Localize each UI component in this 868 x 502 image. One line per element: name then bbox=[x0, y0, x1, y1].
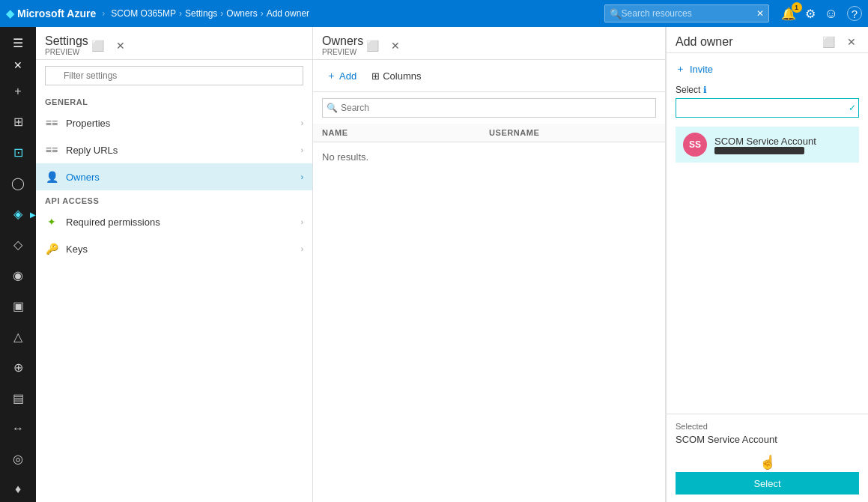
columns-label: Columns bbox=[383, 70, 421, 82]
no-results-text: No results. bbox=[322, 151, 368, 163]
search-input[interactable] bbox=[622, 8, 749, 19]
owners-maximize-button[interactable]: ⬜ bbox=[363, 38, 382, 53]
required-permissions-chevron: › bbox=[301, 218, 303, 226]
sidebar-icons: + ⊞ ⊡ ◯ ◈ ▶ ◇ ◉ ▣ △ ⊕ ▤ ↔ ◎ ♦ ◐ bbox=[0, 77, 36, 502]
result-initials: SS bbox=[689, 139, 701, 150]
owners-chevron: › bbox=[301, 173, 303, 181]
nav-item-properties[interactable]: ≡≡ Properties › bbox=[36, 109, 312, 136]
select-input-wrapper: ✓ bbox=[676, 98, 859, 118]
col-name-header: NAME bbox=[322, 128, 489, 137]
filter-wrapper: 🔍 bbox=[45, 66, 303, 85]
breadcrumb-sep-2: › bbox=[220, 8, 223, 19]
nav-item-required-permissions[interactable]: ✦ Required permissions › bbox=[36, 208, 312, 235]
sidebar-item-target[interactable]: ◎ bbox=[0, 444, 36, 474]
sidebar-item-plus[interactable]: ⊕ bbox=[0, 353, 36, 382]
owners-search-input[interactable] bbox=[322, 98, 656, 118]
owners-panel-preview: PREVIEW bbox=[322, 48, 363, 56]
result-item[interactable]: SS SCOM Service Account bbox=[676, 127, 859, 163]
settings-close-button[interactable]: ✕ bbox=[113, 38, 128, 53]
add-icon: ＋ bbox=[327, 69, 336, 82]
sidebar-item-circle2[interactable]: ◉ bbox=[0, 261, 36, 290]
sidebar-item-active[interactable]: ◈ ▶ bbox=[0, 199, 36, 229]
owners-search-area: 🔍 bbox=[313, 92, 665, 124]
settings-panel-header: Settings PREVIEW ⬜ ✕ bbox=[36, 27, 312, 60]
owners-label: Owners bbox=[66, 172, 294, 183]
select-field-label: Select ℹ bbox=[676, 85, 859, 95]
keys-label: Keys bbox=[66, 244, 294, 255]
sidebar-item-triangle[interactable]: △ bbox=[0, 322, 36, 351]
selected-section: Selected SCOM Service Account ☝ Select bbox=[667, 414, 868, 502]
sidebar-item-dashboard[interactable]: ⊞ bbox=[0, 107, 36, 136]
api-access-section-label: API ACCESS bbox=[36, 190, 312, 208]
invite-plus-icon: ＋ bbox=[676, 62, 685, 76]
columns-button[interactable]: ⊞ Columns bbox=[367, 67, 425, 85]
select-button[interactable]: Select bbox=[676, 472, 859, 495]
filter-input[interactable] bbox=[45, 66, 303, 85]
sidebar-item-resources[interactable]: ⊡ bbox=[0, 138, 36, 167]
result-name: SCOM Service Account bbox=[714, 136, 816, 147]
owners-table-header: NAME USERNAME bbox=[313, 124, 665, 142]
sidebar-item-grid[interactable]: ▣ bbox=[0, 291, 36, 321]
add-owner-title: Add owner bbox=[676, 35, 819, 49]
breadcrumb: SCOM O365MP › Settings › Owners › Add ow… bbox=[111, 8, 309, 19]
select-dropdown-arrow[interactable]: ✓ bbox=[849, 103, 856, 113]
add-owner-button[interactable]: ＋ Add bbox=[322, 66, 361, 85]
sidebar-item-cloud[interactable]: ♦ bbox=[0, 475, 36, 502]
columns-icon: ⊞ bbox=[371, 70, 380, 82]
diamond-icon: ◆ bbox=[6, 7, 14, 19]
brand-name: Microsoft Azure bbox=[17, 7, 96, 19]
select-label-text: Select bbox=[676, 85, 700, 95]
info-icon[interactable]: ℹ bbox=[703, 85, 707, 95]
invite-row[interactable]: ＋ Invite bbox=[676, 62, 859, 76]
brand-logo: ◆ Microsoft Azure bbox=[6, 7, 96, 19]
owners-search-icon: 🔍 bbox=[327, 103, 338, 113]
add-owner-close-button[interactable]: ✕ bbox=[844, 34, 859, 49]
add-owner-maximize-button[interactable]: ⬜ bbox=[819, 34, 838, 49]
breadcrumb-sep-3: › bbox=[261, 8, 264, 19]
properties-chevron: › bbox=[301, 119, 303, 127]
keys-icon: 🔑 bbox=[45, 243, 58, 255]
search-bar[interactable]: 🔍 ✕ bbox=[604, 4, 769, 22]
nav-item-keys[interactable]: 🔑 Keys › bbox=[36, 235, 312, 262]
breadcrumb-sep-1: › bbox=[179, 8, 182, 19]
sidebar-item-circle[interactable]: ◯ bbox=[0, 169, 36, 198]
notifications-count: 1 bbox=[792, 2, 802, 13]
owners-body: No results. bbox=[313, 142, 665, 502]
result-info: SCOM Service Account bbox=[714, 136, 816, 154]
sidebar-item-swap[interactable]: ↔ bbox=[0, 414, 36, 443]
add-owner-panel: Add owner ⬜ ✕ ＋ Invite Select ℹ ✓ bbox=[666, 27, 868, 502]
selected-value: SCOM Service Account bbox=[676, 434, 859, 445]
result-email-redacted bbox=[714, 147, 804, 154]
settings-maximize-button[interactable]: ⬜ bbox=[88, 38, 107, 53]
nav-item-owners[interactable]: 👤 Owners › bbox=[36, 163, 312, 190]
owners-close-button[interactable]: ✕ bbox=[388, 38, 403, 53]
owners-icon: 👤 bbox=[45, 171, 58, 183]
settings-icon[interactable]: ⚙ bbox=[805, 7, 816, 21]
close-button[interactable]: ✕ bbox=[7, 56, 28, 74]
add-owner-actions: ⬜ ✕ bbox=[819, 34, 859, 49]
settings-panel-preview: PREVIEW bbox=[45, 48, 88, 56]
spacer bbox=[676, 163, 859, 405]
sidebar-item-menu2[interactable]: ▤ bbox=[0, 384, 36, 413]
user-icon[interactable]: ☺ bbox=[825, 6, 838, 22]
settings-filter-area: 🔍 bbox=[36, 60, 312, 91]
breadcrumb-item-3[interactable]: Owners bbox=[226, 8, 257, 19]
owners-panel-actions: ⬜ ✕ bbox=[363, 38, 403, 53]
breadcrumb-item-1[interactable]: SCOM O365MP bbox=[111, 8, 176, 19]
owners-search-wrapper: 🔍 bbox=[322, 98, 656, 118]
sidebar-item-diamond[interactable]: ◇ bbox=[0, 230, 36, 259]
menu-button[interactable]: ☰ bbox=[7, 30, 29, 56]
sidebar-item-add[interactable]: + bbox=[0, 77, 36, 106]
reply-urls-label: Reply URLs bbox=[66, 145, 294, 156]
settings-panel-actions: ⬜ ✕ bbox=[88, 38, 128, 53]
search-icon: 🔍 bbox=[610, 8, 622, 19]
sidebar-active-arrow: ▶ bbox=[30, 210, 36, 218]
main-layout: ☰ ✕ + ⊞ ⊡ ◯ ◈ ▶ ◇ ◉ ▣ △ ⊕ ▤ ↔ ◎ ♦ ◐ bbox=[0, 27, 868, 502]
nav-item-reply-urls[interactable]: ≡≡ Reply URLs › bbox=[36, 136, 312, 163]
close-search-icon[interactable]: ✕ bbox=[756, 8, 764, 19]
help-icon[interactable]: ? bbox=[847, 6, 862, 21]
select-search-input[interactable] bbox=[676, 98, 859, 118]
breadcrumb-item-2[interactable]: Settings bbox=[185, 8, 217, 19]
general-section-label: GENERAL bbox=[36, 91, 312, 109]
notifications-icon[interactable]: 🔔 1 bbox=[781, 7, 796, 21]
